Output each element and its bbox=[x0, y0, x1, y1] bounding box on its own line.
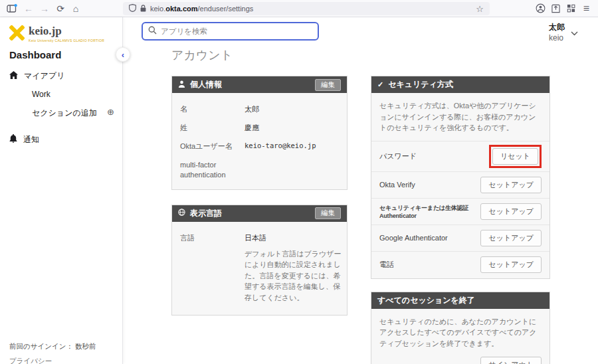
edit-language-button[interactable]: 編集 bbox=[315, 207, 341, 219]
person-icon bbox=[178, 80, 185, 90]
security-row-phone: 電話 セットアップ bbox=[371, 252, 549, 278]
personal-info-card: 個人情報 編集 名 太郎 姓 慶應 Oktaユーザー名 keio-taro@ke… bbox=[171, 76, 348, 190]
sign-out-button[interactable]: サインアウト bbox=[480, 357, 542, 364]
sidebar-item-label: セクションの追加 bbox=[32, 108, 97, 119]
last-signin-text: 前回のサインイン： 数秒前 bbox=[9, 342, 96, 351]
menu-icon[interactable]: ≡ bbox=[579, 3, 594, 15]
url-path: /enduser/settings bbox=[198, 5, 254, 13]
field-label: 姓 bbox=[180, 123, 245, 133]
logo-subtitle: Keio University CALAMVS GLADIO FORTIOR bbox=[29, 39, 104, 43]
security-row-okta-verify: Okta Verify セットアップ bbox=[371, 172, 549, 199]
forward-icon[interactable]: → bbox=[37, 0, 52, 17]
sidebar-item-add-section[interactable]: セクションの追加 ⊕ bbox=[32, 106, 123, 120]
card-title: すべてのセッションを終了 bbox=[377, 295, 475, 306]
setup-phone-button[interactable]: セットアップ bbox=[480, 256, 542, 273]
factor-label: セキュリティキーまたは生体認証Authenticator bbox=[379, 204, 478, 219]
setup-security-key-button[interactable]: セットアップ bbox=[480, 203, 542, 220]
edit-personal-info-button[interactable]: 編集 bbox=[315, 79, 341, 91]
keio-logo-mark-icon bbox=[9, 25, 25, 43]
field-row: Oktaユーザー名 keio-taro@keio.jp bbox=[180, 141, 339, 151]
user-menu[interactable]: 太郎 keio bbox=[549, 22, 578, 43]
save-to-pocket-icon[interactable] bbox=[548, 4, 563, 13]
personal-info-body: 名 太郎 姓 慶應 Oktaユーザー名 keio-taro@keio.jp mu… bbox=[172, 93, 347, 189]
globe-icon bbox=[178, 209, 185, 218]
language-description: デフォルト言語はブラウザーにより自動的に設定されました。言語を変更するには、希望… bbox=[245, 248, 346, 304]
end-sessions-header: すべてのセッションを終了 bbox=[371, 292, 549, 309]
field-value: 慶應 bbox=[245, 123, 259, 133]
security-description: セキュリティ方式は、Oktaや他のアプリケーションにサインインする際に、お客様の… bbox=[371, 93, 549, 141]
highlight-annotation: リセット bbox=[489, 145, 542, 168]
back-icon[interactable]: ← bbox=[21, 0, 37, 17]
search-input[interactable] bbox=[161, 27, 312, 35]
factor-label: Google Authenticator bbox=[379, 234, 448, 242]
field-label: 名 bbox=[180, 104, 245, 114]
factor-label: Okta Verify bbox=[379, 181, 415, 189]
sidebar-item-notifications[interactable]: 通知 bbox=[9, 133, 39, 146]
dashboard-heading: Dashboard bbox=[9, 49, 61, 60]
factor-label: 電話 bbox=[379, 260, 394, 270]
okta-dashboard: keio.jp Keio University CALAMVS GLADIO F… bbox=[0, 17, 598, 364]
bell-icon bbox=[9, 134, 17, 145]
sidebar-item-work[interactable]: Work bbox=[32, 88, 50, 101]
app-search bbox=[142, 22, 319, 41]
setup-google-authenticator-button[interactable]: セットアップ bbox=[480, 230, 542, 246]
sidebar-item-label: マイアプリ bbox=[24, 70, 64, 82]
factor-label: パスワード bbox=[379, 151, 417, 161]
sidebar-item-label: Work bbox=[32, 90, 50, 99]
user-org: keio bbox=[549, 33, 565, 43]
profile-icon[interactable] bbox=[533, 3, 548, 13]
security-methods-card: ✓ セキュリティ方式 セキュリティ方式は、Oktaや他のアプリケーションにサイン… bbox=[371, 76, 550, 279]
field-row: multi-factor authentication bbox=[180, 160, 339, 180]
display-language-header: 表示言語 編集 bbox=[172, 205, 347, 222]
reset-password-button[interactable]: リセット bbox=[492, 148, 538, 165]
security-row-security-key: セキュリティキーまたは生体認証Authenticator セットアップ bbox=[371, 199, 549, 225]
extensions-icon[interactable] bbox=[563, 4, 579, 13]
logo-title: keio.jp bbox=[29, 25, 104, 38]
field-value: keio-taro@keio.jp bbox=[245, 141, 316, 151]
security-row-google-authenticator: Google Authenticator セットアップ bbox=[371, 225, 549, 252]
field-label: Oktaユーザー名 bbox=[180, 141, 245, 151]
field-row: 名 太郎 bbox=[180, 104, 339, 114]
check-icon: ✓ bbox=[377, 80, 383, 89]
url-subdomain: keio. bbox=[150, 5, 165, 13]
field-label: multi-factor authentication bbox=[180, 160, 245, 180]
display-language-body: 言語 日本語 デフォルト言語はブラウザーにより自動的に設定されました。言語を変更… bbox=[172, 222, 347, 316]
end-sessions-description: セキュリティのために、あなたのアカウントにアクセスしたすべてのデバイスですべての… bbox=[371, 309, 549, 352]
personal-info-header: 個人情報 編集 bbox=[172, 76, 347, 93]
plus-circle-icon[interactable]: ⊕ bbox=[107, 107, 114, 117]
address-bar[interactable]: keio.okta.com/enduser/settings ☆ bbox=[123, 2, 490, 15]
sidebar: keio.jp Keio University CALAMVS GLADIO F… bbox=[0, 17, 123, 364]
search-icon bbox=[148, 25, 157, 37]
privacy-link[interactable]: プライバシー bbox=[9, 357, 52, 364]
screen: ← → ⟳ ⌂ keio.okta.com/enduser/settings ☆ bbox=[0, 0, 598, 364]
sidebar-item-my-apps[interactable]: マイアプリ bbox=[9, 69, 64, 82]
security-methods-header: ✓ セキュリティ方式 bbox=[371, 76, 549, 93]
keio-logo[interactable]: keio.jp Keio University CALAMVS GLADIO F… bbox=[9, 25, 104, 43]
card-title: 個人情報 bbox=[190, 79, 222, 90]
page-title: アカウント bbox=[171, 47, 233, 63]
home-icon[interactable]: ⌂ bbox=[68, 0, 84, 17]
field-label: 言語 bbox=[180, 233, 245, 304]
card-title: セキュリティ方式 bbox=[388, 79, 453, 90]
chevron-down-icon bbox=[571, 27, 578, 39]
card-title: 表示言語 bbox=[190, 208, 222, 219]
field-value: 日本語 bbox=[245, 233, 346, 243]
firefox-view-icon[interactable] bbox=[4, 0, 20, 17]
url-text: keio.okta.com/enduser/settings bbox=[150, 5, 253, 13]
sidebar-collapse-button[interactable]: ‹ bbox=[116, 47, 130, 62]
user-name: 太郎 bbox=[549, 22, 565, 33]
display-language-card: 表示言語 編集 言語 日本語 デフォルト言語はブラウザーにより自動的に設定されま… bbox=[171, 205, 348, 316]
toolbar-right: ≡ bbox=[533, 0, 594, 17]
end-sessions-card: すべてのセッションを終了 セキュリティのために、あなたのアカウントにアクセスした… bbox=[371, 292, 550, 364]
security-row-password: パスワード リセット bbox=[371, 141, 549, 172]
right-column: ✓ セキュリティ方式 セキュリティ方式は、Oktaや他のアプリケーションにサイン… bbox=[371, 76, 550, 364]
lock-icon[interactable] bbox=[140, 5, 146, 13]
left-column: 個人情報 編集 名 太郎 姓 慶應 Oktaユーザー名 keio-taro@ke… bbox=[171, 76, 348, 316]
reload-icon[interactable]: ⟳ bbox=[52, 0, 68, 17]
setup-okta-verify-button[interactable]: セットアップ bbox=[480, 177, 542, 193]
shield-icon[interactable] bbox=[129, 4, 136, 13]
field-value: 太郎 bbox=[245, 104, 259, 114]
browser-toolbar: ← → ⟳ ⌂ keio.okta.com/enduser/settings ☆ bbox=[0, 0, 598, 17]
field-row: 姓 慶應 bbox=[180, 123, 339, 133]
bookmark-star-icon[interactable]: ☆ bbox=[476, 4, 484, 14]
